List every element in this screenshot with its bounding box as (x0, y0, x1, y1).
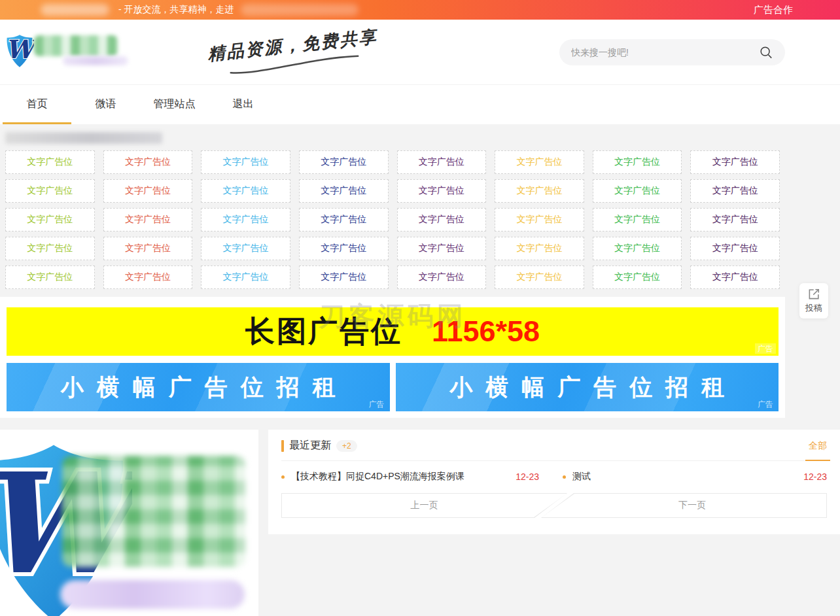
text-ad-cell[interactable]: 文字广告位 (103, 208, 193, 231)
text-ad-cell[interactable]: 文字广告位 (690, 179, 780, 203)
blurred-site-subtitle-large (60, 580, 245, 609)
text-ad-cell[interactable]: 文字广告位 (103, 150, 193, 174)
blurred-text-chip (241, 4, 359, 16)
text-ad-cell[interactable]: 文字广告位 (103, 265, 193, 289)
new-count-badge: +2 (336, 440, 357, 452)
bottom-section: W 最近更新 +2 全部 【技术教程】同捉C4D+PS潮流海报案例课 12-23 (0, 430, 840, 616)
section-accent-bar (281, 440, 284, 452)
text-ad-cell[interactable]: 文字广告位 (5, 150, 95, 174)
blurred-notice-text (5, 132, 162, 144)
text-ad-cell[interactable]: 文字广告位 (299, 237, 389, 260)
banner-section: 刀客源码网 长图广告位 1156*58 广告 小横幅广告位招租 广告 小横幅广告… (0, 297, 785, 418)
small-ad-text: 小横幅广告位招租 (436, 372, 737, 403)
text-ad-cell[interactable]: 文字广告位 (5, 179, 95, 203)
text-ad-cell[interactable]: 文字广告位 (397, 237, 487, 260)
site-header: W 精品资源，免费共享 (0, 20, 840, 85)
text-ad-cell[interactable]: 文字广告位 (103, 237, 193, 260)
blurred-site-name-large (62, 456, 245, 567)
svg-text:W: W (5, 35, 34, 64)
text-ad-cell[interactable]: 文字广告位 (495, 265, 584, 289)
text-ad-cell[interactable]: 文字广告位 (397, 265, 487, 289)
update-date: 12-23 (506, 471, 539, 482)
text-ad-cell[interactable]: 文字广告位 (593, 150, 682, 174)
next-page-label: 下一页 (678, 500, 706, 511)
edit-pencil-icon (808, 288, 820, 300)
header-slogan: 精品资源，免费共享 (207, 26, 380, 79)
text-ad-cell[interactable]: 文字广告位 (201, 208, 290, 231)
main-area: 文字广告位文字广告位文字广告位文字广告位文字广告位文字广告位文字广告位文字广告位… (0, 124, 840, 616)
update-title: 【技术教程】同捉C4D+PS潮流海报案例课 (291, 471, 464, 483)
prev-page-button[interactable]: 上一页 (281, 493, 567, 518)
small-ad-banner-right[interactable]: 小横幅广告位招租 广告 (396, 363, 779, 411)
text-ad-cell[interactable]: 文字广告位 (5, 208, 95, 231)
search-input[interactable] (571, 47, 759, 58)
updates-list: 【技术教程】同捉C4D+PS潮流海报案例课 12-23 测试 12-23 (281, 461, 827, 493)
site-logo[interactable]: W (5, 33, 130, 72)
text-ad-cell[interactable]: 文字广告位 (5, 265, 95, 289)
text-ad-cell[interactable]: 文字广告位 (593, 265, 682, 289)
small-ad-text: 小横幅广告位招租 (48, 372, 349, 403)
text-ad-cell[interactable]: 文字广告位 (495, 208, 584, 231)
blurred-site-name (34, 35, 118, 56)
text-ad-cell[interactable]: 文字广告位 (299, 265, 389, 289)
update-list-item[interactable]: 测试 12-23 (563, 471, 827, 483)
text-ad-cell[interactable]: 文字广告位 (593, 237, 682, 260)
text-ad-cell[interactable]: 文字广告位 (201, 179, 290, 203)
submit-post-button[interactable]: 投稿 (799, 283, 828, 318)
nav-item-weiyu[interactable]: 微语 (71, 85, 140, 124)
text-ad-cell[interactable]: 文字广告位 (495, 237, 584, 260)
text-ad-cell[interactable]: 文字广告位 (593, 208, 682, 231)
topbar-slogan: - 开放交流，共享精神，走进 (118, 4, 234, 16)
update-list-item[interactable]: 【技术教程】同捉C4D+PS潮流海报案例课 12-23 (281, 471, 546, 483)
site-logo-card: W (0, 430, 258, 616)
text-ad-cell[interactable]: 文字广告位 (5, 237, 95, 260)
text-ad-cell[interactable]: 文字广告位 (103, 179, 193, 203)
update-date: 12-23 (794, 471, 827, 482)
nav-item-logout[interactable]: 退出 (209, 85, 277, 124)
long-ad-banner[interactable]: 长图广告位 1156*58 广告 (7, 307, 779, 356)
search-button[interactable] (759, 45, 773, 60)
search-box[interactable] (559, 39, 785, 65)
text-ad-cell[interactable]: 文字广告位 (201, 265, 290, 289)
prev-page-label: 上一页 (411, 500, 438, 511)
text-ad-cell[interactable]: 文字广告位 (690, 265, 780, 289)
shield-logo-icon: W (5, 34, 34, 68)
text-ad-cell[interactable]: 文字广告位 (201, 237, 290, 260)
text-ad-cell[interactable]: 文字广告位 (495, 150, 584, 174)
topbar-slogan-area: - 开放交流，共享精神，走进 (0, 4, 359, 16)
ad-cooperation-link[interactable]: 广告合作 (754, 4, 793, 16)
text-ad-cell[interactable]: 文字广告位 (299, 179, 389, 203)
update-title: 测试 (572, 471, 591, 483)
small-ad-banner-left[interactable]: 小横幅广告位招租 广告 (7, 363, 390, 411)
nav-item-manage-site[interactable]: 管理站点 (140, 85, 209, 124)
search-icon (759, 45, 773, 60)
blurred-site-name-chip (41, 4, 109, 16)
long-ad-size: 1156*58 (432, 315, 540, 349)
next-page-button[interactable]: 下一页 (541, 493, 827, 518)
text-ad-cell[interactable]: 文字广告位 (397, 208, 487, 231)
pagination: 上一页 下一页 (281, 493, 827, 518)
text-ad-cell[interactable]: 文字广告位 (690, 150, 780, 174)
text-ad-cell[interactable]: 文字广告位 (299, 150, 389, 174)
text-ad-cell[interactable]: 文字广告位 (201, 150, 290, 174)
blurred-site-subtitle (63, 56, 128, 65)
nav-item-home[interactable]: 首页 (3, 85, 71, 124)
text-ad-cell[interactable]: 文字广告位 (690, 208, 780, 231)
text-ad-cell[interactable]: 文字广告位 (397, 150, 487, 174)
text-ad-grid: 文字广告位文字广告位文字广告位文字广告位文字广告位文字广告位文字广告位文字广告位… (5, 150, 780, 289)
recent-updates-header: 最近更新 +2 全部 (281, 439, 827, 461)
ad-badge: 广告 (366, 399, 387, 409)
text-ad-cell[interactable]: 文字广告位 (690, 237, 780, 260)
ad-badge: 广告 (755, 399, 776, 409)
text-ad-cell[interactable]: 文字广告位 (299, 208, 389, 231)
view-all-link[interactable]: 全部 (809, 440, 827, 452)
text-ad-cell[interactable]: 文字广告位 (397, 179, 487, 203)
bullet-dot-icon (563, 475, 566, 479)
recent-updates-card: 最近更新 +2 全部 【技术教程】同捉C4D+PS潮流海报案例课 12-23 测… (268, 430, 840, 534)
bullet-dot-icon (281, 475, 285, 479)
text-ad-cell[interactable]: 文字广告位 (495, 179, 584, 203)
ad-badge: 广告 (755, 343, 776, 354)
recent-updates-title: 最近更新 (289, 439, 331, 453)
text-ad-cell[interactable]: 文字广告位 (593, 179, 682, 203)
submit-post-label: 投稿 (805, 302, 822, 314)
